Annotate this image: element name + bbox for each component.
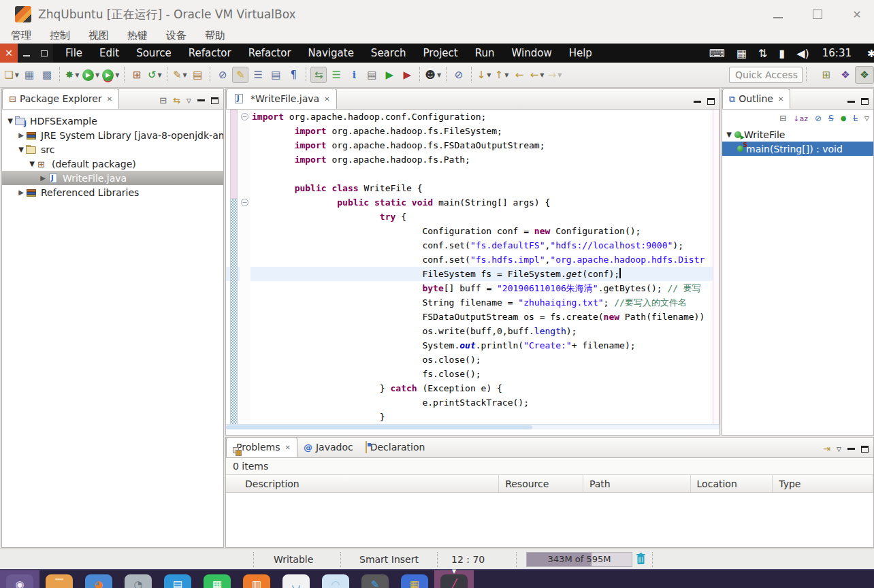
input-method-icon[interactable]: ▦	[737, 47, 747, 60]
perspective-javaee-button[interactable]: ❖	[836, 66, 855, 84]
expand-arrow-icon[interactable]: ▶	[17, 131, 25, 139]
debug-button[interactable]: ✸▼	[64, 67, 80, 83]
dropdown-arrow-icon[interactable]: ▼	[95, 72, 99, 78]
dock-software-center[interactable]: ▦	[395, 570, 434, 588]
keyboard-icon[interactable]: ⌨	[709, 47, 725, 60]
dropdown-arrow-icon[interactable]: ▼	[158, 72, 162, 78]
menu-source[interactable]: Source	[136, 47, 172, 59]
dock-ubuntu-software[interactable]: ◡	[276, 570, 316, 588]
back-to-start-button[interactable]: ←	[511, 67, 528, 83]
tree-item-referenced-libraries[interactable]: ▶Referenced Libraries	[2, 185, 223, 199]
dock-system-settings[interactable]: ◔	[118, 570, 158, 588]
menu-run[interactable]: Run	[475, 47, 495, 59]
collapse-arrow-icon[interactable]: ▼	[28, 160, 36, 167]
collapse-all-icon[interactable]: ⊟	[159, 96, 167, 105]
tab-outline[interactable]: ⧉ Outline ✕	[722, 88, 790, 109]
format-source-button[interactable]: ☰	[250, 67, 266, 83]
collapse-arrow-icon[interactable]: ▼	[6, 117, 14, 125]
close-icon[interactable]: ✕	[285, 444, 291, 451]
hide-non-public-icon[interactable]: ●	[841, 115, 847, 122]
menu-refactor[interactable]: Refactor	[189, 47, 231, 59]
view-menu-icon[interactable]: ▽	[837, 446, 841, 453]
minimize-view-icon[interactable]	[847, 448, 855, 450]
clock[interactable]: 16:31	[822, 47, 852, 59]
code-editor[interactable]: import org.apache.hadoop.conf.Configurat…	[226, 110, 719, 429]
external-tools-button[interactable]: ↺▼	[146, 67, 163, 83]
coverage-button[interactable]: ▶▼	[101, 67, 120, 83]
tab-javadoc[interactable]: @Javadoc	[297, 437, 359, 457]
maximize-view-icon[interactable]	[861, 446, 869, 453]
minimize-view-icon[interactable]	[847, 101, 855, 103]
sort-members-button[interactable]: ☰	[328, 67, 344, 83]
expand-arrow-icon[interactable]: ▶	[17, 189, 25, 196]
dropdown-arrow-icon[interactable]: ▼	[15, 72, 19, 78]
maximize-editor-icon[interactable]	[707, 98, 715, 105]
tab-package-explorer[interactable]: ⊟ Package Explorer ✕	[2, 88, 119, 109]
dock-eclipse[interactable]: ▼╱	[434, 570, 474, 588]
perspective-java-button[interactable]: ❖	[855, 66, 874, 84]
view-menu-icon[interactable]: ▽	[187, 97, 191, 104]
vbox-menu-视图[interactable]: 视图	[88, 29, 109, 42]
dock-text-editor[interactable]: ✎	[355, 570, 395, 588]
hide-fields-icon[interactable]: ⊘	[815, 114, 822, 122]
close-icon[interactable]: ✕	[324, 95, 329, 103]
save-all-button[interactable]: ▩	[39, 67, 55, 83]
dock-firefox[interactable]: ◕	[79, 570, 118, 588]
tree-item--default-package-[interactable]: ▼⊞(default package)	[2, 157, 223, 171]
horizontal-scrollbar[interactable]	[226, 424, 719, 429]
tree-item-writefile-java[interactable]: ▶JWriteFile.java	[2, 171, 223, 185]
link-with-editor-icon[interactable]: ⇆	[173, 96, 180, 105]
menu-help[interactable]: Help	[569, 47, 592, 59]
minimize-editor-icon[interactable]	[694, 101, 701, 103]
outline-item-main[interactable]: Smain(String[]) : void	[722, 142, 873, 156]
dropdown-arrow-icon[interactable]: ▼	[115, 72, 119, 78]
column-description[interactable]: Description	[226, 475, 499, 492]
dropdown-arrow-icon[interactable]: ▼	[183, 72, 187, 78]
run-error-button[interactable]: ▶	[399, 67, 415, 83]
menu-window[interactable]: Window	[512, 47, 552, 59]
new-java-project-button[interactable]: ⊞	[129, 67, 145, 83]
dropdown-arrow-icon[interactable]: ▼	[540, 72, 544, 78]
disable-search-button[interactable]: ⊘	[451, 67, 467, 83]
column-resource[interactable]: Resource	[499, 475, 583, 492]
dropdown-arrow-icon[interactable]: ▼	[437, 72, 441, 78]
show-doc-button[interactable]: ▤	[363, 67, 380, 83]
dropdown-arrow-icon[interactable]: ▼	[557, 72, 562, 78]
outline-item-writefile[interactable]: ▼▶WriteFile	[722, 127, 873, 142]
dock-libreoffice-calc[interactable]: ▦	[197, 570, 237, 588]
last-edit-location-button[interactable]: ↓▼	[476, 67, 492, 83]
dock-libreoffice-writer[interactable]: ▤	[158, 570, 197, 588]
battery-icon[interactable]: ▮	[779, 47, 785, 60]
host-minimize-button[interactable]	[771, 7, 786, 22]
forward-history-button[interactable]: →▼	[547, 67, 563, 83]
dropdown-arrow-icon[interactable]: ▼	[487, 72, 491, 78]
new-wizard-button[interactable]: ❏▼	[3, 67, 20, 83]
dropdown-arrow-icon[interactable]: ▼	[75, 72, 79, 78]
dock-libreoffice-impress[interactable]: ▥	[237, 570, 276, 588]
vbox-menu-帮助[interactable]: 帮助	[205, 29, 225, 42]
close-icon[interactable]: ✕	[107, 95, 112, 103]
mark-occurrences-button[interactable]: ✎	[232, 67, 248, 83]
minimize-view-icon[interactable]	[197, 99, 205, 101]
hide-static-icon[interactable]: S	[828, 114, 834, 122]
menu-navigate[interactable]: Navigate	[308, 47, 354, 59]
quick-access-input[interactable]: Quick Access	[729, 67, 803, 83]
tree-item-hdfsexample[interactable]: ▼JHDFSExample	[2, 114, 223, 128]
sort-icon[interactable]: ↓az	[793, 115, 808, 122]
show-source-button[interactable]: ▤	[268, 67, 284, 83]
guest-minimize-button[interactable]	[18, 44, 35, 63]
overview-ruler[interactable]	[713, 110, 719, 429]
dock-dash-home[interactable]: ◉	[0, 570, 39, 588]
expand-arrow-icon[interactable]: ▶	[39, 174, 47, 182]
volume-icon[interactable]: ◀)	[796, 47, 809, 60]
column-type[interactable]: Type	[773, 475, 873, 492]
network-arrows-icon[interactable]: ⇅	[758, 47, 767, 60]
menu-project[interactable]: Project	[423, 47, 457, 59]
host-close-button[interactable]: ✕	[849, 7, 864, 22]
guest-close-button[interactable]: ✕	[0, 44, 18, 63]
previous-edit-location-button[interactable]: ↑▼	[493, 67, 510, 83]
vbox-menu-控制[interactable]: 控制	[50, 29, 70, 42]
ant-build-button[interactable]: ✎▼	[172, 67, 188, 83]
menu-refactor[interactable]: Refactor	[248, 47, 291, 59]
dock-files[interactable]: ▔	[39, 570, 79, 588]
